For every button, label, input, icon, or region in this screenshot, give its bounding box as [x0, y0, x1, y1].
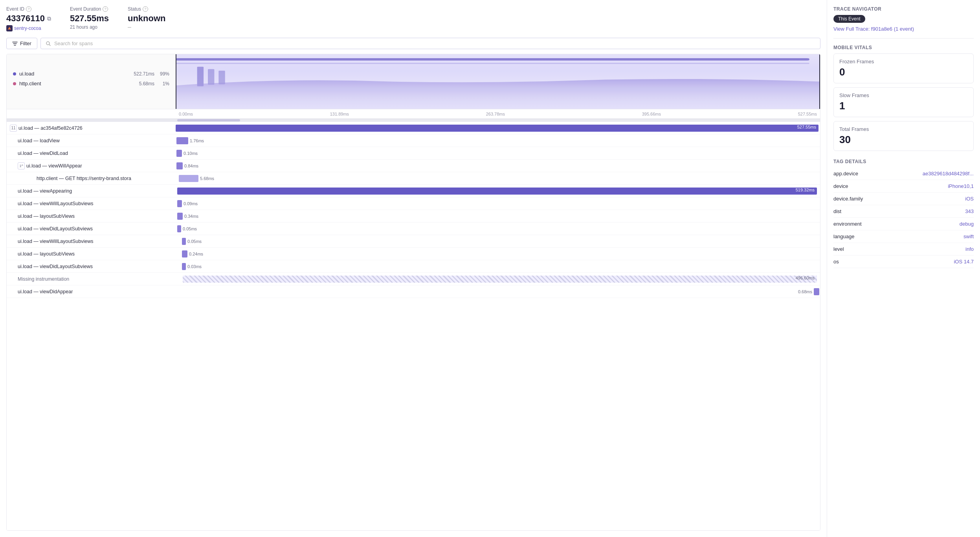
tag-value[interactable]: iPhone10,1 — [948, 183, 974, 189]
span-row-s6[interactable]: ui.load — viewWillLayoutSubviews 0.09ms — [7, 197, 820, 210]
tag-value[interactable]: ae3829618d484298f... — [923, 171, 974, 177]
copy-icon[interactable]: ⧉ — [47, 15, 51, 22]
span-row-s4[interactable]: http.client — GET https://sentry-brand.s… — [7, 172, 820, 185]
minimap-labels: ui.load 522.71ms 99% http.client 5.68ms … — [7, 54, 176, 109]
status-dash: – — [128, 24, 166, 31]
total-frames-value: 30 — [839, 134, 968, 146]
span-bar-cell-s4: 5.68ms — [176, 172, 820, 184]
scroll-thumb[interactable] — [177, 119, 240, 121]
span-label-s12: Missing instrumentation — [7, 276, 176, 282]
event-id-label: Event ID ? — [6, 6, 51, 12]
span-label-s6: ui.load — viewWillLayoutSubviews — [7, 201, 176, 206]
search-box[interactable]: Search for spans — [40, 38, 820, 49]
span-bar-cell-s8: 0.05ms — [176, 223, 820, 235]
expand-btn-s3[interactable]: 1^ — [18, 162, 25, 169]
span-label-s10: ui.load — layoutSubViews — [7, 251, 176, 257]
tag-value[interactable]: iOS — [965, 196, 974, 202]
span-label-s11: ui.load — viewDidLayoutSubviews — [7, 264, 176, 269]
span-bar-cell-s13: 0.68ms — [176, 285, 820, 298]
span-label-s1: ui.load — loadView — [7, 138, 176, 143]
tag-details-title: Tag Details — [833, 159, 974, 164]
span-label-s7: ui.load — layoutSubViews — [7, 213, 176, 219]
span-row-s2[interactable]: ui.load — viewDidLoad 0.10ms — [7, 147, 820, 160]
span-row-s7[interactable]: ui.load — layoutSubViews 0.34ms — [7, 210, 820, 223]
span-bar-cell-s9: 0.05ms — [176, 235, 820, 247]
tag-row: os iOS 14.7 — [833, 256, 974, 268]
tag-value[interactable]: iOS 14.7 — [954, 259, 974, 265]
tag-value[interactable]: swift — [963, 234, 974, 239]
search-placeholder: Search for spans — [54, 40, 93, 46]
span-bar-cell-s5: 519.32ms — [176, 185, 820, 197]
slow-frames-card: Slow Frames 1 — [833, 87, 974, 117]
tag-row: environment debug — [833, 218, 974, 230]
spans-list: 11 ui.load — ac354af5e82c4726 527.55ms u… — [7, 122, 820, 530]
tag-key: environment — [833, 221, 862, 227]
span-bar-cell-s6: 0.09ms — [176, 197, 820, 210]
scroll-track[interactable] — [7, 119, 820, 122]
time-axis-ticks: 0.00ms 131.89ms 263.78ms 395.66ms 527.55… — [176, 109, 820, 118]
span-row-s8[interactable]: ui.load — viewDidLayoutSubviews 0.05ms — [7, 223, 820, 235]
tag-value[interactable]: info — [965, 246, 974, 252]
span-bar-cell-root: 527.55ms — [176, 122, 820, 134]
span-row-s5[interactable]: ui.load — viewAppearing 519.32ms — [7, 185, 820, 197]
event-duration-ago: 21 hours ago — [70, 24, 109, 30]
span-label-s8: ui.load — viewDidLayoutSubviews — [7, 226, 176, 232]
span-bar-cell-s3: 0.84ms — [176, 160, 820, 172]
tag-rows-container: app.device ae3829618d484298f... device i… — [833, 167, 974, 268]
tag-key: os — [833, 259, 839, 265]
span-row-s12[interactable]: Missing instrumentation 496.60ms — [7, 273, 820, 285]
tag-value[interactable]: 343 — [965, 208, 974, 214]
event-duration-field: Event Duration ? 527.55ms 21 hours ago — [70, 6, 109, 30]
span-bar-cell-s12: 496.60ms — [176, 273, 820, 285]
duration-info-icon[interactable]: ? — [103, 6, 108, 12]
frozen-frames-label: Frozen Frames — [839, 59, 968, 64]
span-row-root[interactable]: 11 ui.load — ac354af5e82c4726 527.55ms — [7, 122, 820, 134]
span-label-s2: ui.load — viewDidLoad — [7, 151, 176, 156]
tag-key: app.device — [833, 171, 858, 177]
tag-row: device.family iOS — [833, 193, 974, 205]
span-row-s1[interactable]: ui.load — loadView 1.76ms — [7, 134, 820, 147]
dot-uiload — [13, 72, 16, 75]
minimap-selection[interactable] — [176, 54, 820, 109]
filter-button[interactable]: Filter — [6, 38, 37, 49]
toolbar: Filter Search for spans — [6, 38, 820, 49]
spans-container: ui.load 522.71ms 99% http.client 5.68ms … — [6, 54, 820, 531]
expand-btn-root[interactable]: 11 — [10, 125, 17, 132]
tag-details: Tag Details app.device ae3829618d484298f… — [833, 159, 974, 268]
span-row-s11[interactable]: ui.load — viewDidLayoutSubviews 0.03ms — [7, 260, 820, 273]
sentry-icon — [6, 25, 13, 31]
tag-key: device — [833, 183, 848, 189]
mobile-vitals: Mobile Vitals Frozen Frames 0 Slow Frame… — [833, 45, 974, 151]
span-label-root: 11 ui.load — ac354af5e82c4726 — [7, 125, 176, 132]
span-row-s13[interactable]: ui.load — viewDidAppear 0.68ms — [7, 285, 820, 298]
minimap-chart — [176, 54, 820, 109]
total-frames-label: Total Frames — [839, 126, 968, 132]
slow-frames-label: Slow Frames — [839, 92, 968, 98]
tag-key: language — [833, 234, 855, 239]
span-bar-cell-s11: 0.03ms — [176, 260, 820, 272]
tag-row: level info — [833, 243, 974, 256]
tag-value[interactable]: debug — [960, 221, 974, 227]
tag-key: dist — [833, 208, 841, 214]
frozen-frames-value: 0 — [839, 66, 968, 78]
tag-row: app.device ae3829618d484298f... — [833, 167, 974, 180]
span-bar-cell-s10: 0.24ms — [176, 248, 820, 260]
span-row-s10[interactable]: ui.load — layoutSubViews 0.24ms — [7, 248, 820, 260]
span-row-s3[interactable]: 1^ ui.load — viewWillAppear 0.84ms — [7, 160, 820, 172]
full-trace-link[interactable]: View Full Trace: f901a8e6 (1 event) — [833, 26, 914, 32]
tag-row: dist 343 — [833, 205, 974, 218]
trace-navigator: Trace Navigator This Event View Full Tra… — [833, 6, 974, 32]
span-label-s13: ui.load — viewDidAppear — [7, 289, 176, 294]
event-id-field: Event ID ? 43376110 ⧉ sentry-cocoa — [6, 6, 51, 31]
tag-row: device iPhone10,1 — [833, 180, 974, 193]
divider-1 — [833, 38, 974, 39]
span-row-s9[interactable]: ui.load — viewWillLayoutSubviews 0.05ms — [7, 235, 820, 248]
right-panel: Trace Navigator This Event View Full Tra… — [827, 0, 980, 537]
status-value: unknown — [128, 13, 166, 24]
span-bar-cell-s2: 0.10ms — [176, 147, 820, 159]
event-id-info-icon[interactable]: ? — [26, 6, 31, 12]
project-link[interactable]: sentry-cocoa — [6, 25, 51, 31]
minimap-row-httpclient: http.client 5.68ms 1% — [13, 81, 169, 86]
frozen-frames-card: Frozen Frames 0 — [833, 53, 974, 83]
status-info-icon[interactable]: ? — [143, 6, 148, 12]
